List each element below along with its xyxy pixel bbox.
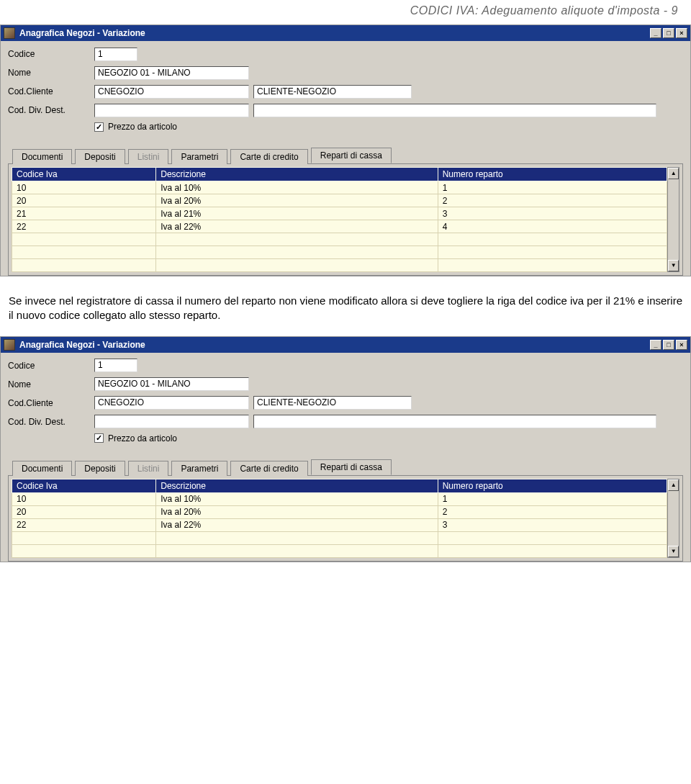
titlebar: Anagrafica Negozi - Variazione _ □ × [1, 25, 690, 41]
col-header-descrizione[interactable]: Descrizione [156, 168, 438, 181]
scroll-up-icon[interactable]: ▲ [668, 168, 679, 179]
table-row-empty[interactable] [12, 259, 667, 272]
scroll-down-icon[interactable]: ▼ [668, 260, 679, 271]
table-row[interactable]: 10 Iva al 10% 1 [12, 492, 667, 505]
input-nome[interactable]: NEGOZIO 01 - MILANO [94, 66, 249, 80]
col-header-numero-reparto[interactable]: Numero reparto [438, 479, 667, 492]
tab-depositi[interactable]: Depositi [75, 461, 125, 476]
cell[interactable]: Iva al 20% [156, 505, 438, 518]
cell[interactable]: Iva al 20% [156, 194, 438, 207]
label-nome: Nome [8, 379, 94, 389]
tab-listini[interactable]: Listini [128, 461, 169, 476]
label-codice: Codice [8, 361, 94, 371]
scroll-up-icon[interactable]: ▲ [668, 479, 679, 491]
cell[interactable]: Iva al 10% [156, 492, 438, 505]
cell[interactable]: 21 [12, 207, 156, 220]
cell[interactable]: 1 [438, 181, 667, 194]
tab-reparti[interactable]: Reparti di cassa [311, 148, 392, 163]
body-text: Se invece nel registratore di cassa il n… [0, 281, 691, 336]
page-header: CODICI IVA: Adeguamento aliquote d'impos… [0, 0, 691, 24]
cell[interactable]: Iva al 22% [156, 518, 438, 531]
table-row[interactable]: 20 Iva al 20% 2 [12, 194, 667, 207]
window-controls: _ □ × [650, 28, 687, 38]
cell[interactable]: 3 [438, 518, 667, 531]
cell[interactable]: 2 [438, 194, 667, 207]
input-codice[interactable]: 1 [94, 359, 137, 372]
window-anagrafica-1: Anagrafica Negozi - Variazione _ □ × Cod… [0, 24, 691, 276]
col-header-codice-iva[interactable]: Codice Iva [12, 168, 156, 181]
table-row-empty[interactable] [12, 246, 667, 259]
grid-scrollbar[interactable]: ▲ ▼ [667, 167, 679, 272]
table-row-empty[interactable] [12, 233, 667, 246]
table-row[interactable]: 20 Iva al 20% 2 [12, 505, 667, 518]
input-coddivdest-desc[interactable] [253, 415, 656, 428]
cell[interactable]: 10 [12, 181, 156, 194]
grid-reparti[interactable]: Codice Iva Descrizione Numero reparto 10… [12, 167, 667, 272]
col-header-numero-reparto[interactable]: Numero reparto [438, 168, 667, 181]
scroll-down-icon[interactable]: ▼ [668, 546, 679, 557]
cell[interactable]: 4 [438, 220, 667, 233]
input-coddivdest[interactable] [94, 415, 249, 428]
cell[interactable]: 3 [438, 207, 667, 220]
tab-parametri[interactable]: Parametri [171, 461, 227, 476]
tabstrip: Documenti Depositi Listini Parametri Car… [1, 451, 690, 475]
cell[interactable]: 20 [12, 505, 156, 518]
tab-panel-reparti: Codice Iva Descrizione Numero reparto 10… [8, 475, 683, 562]
window-controls: _ □ × [650, 340, 687, 350]
tab-documenti[interactable]: Documenti [12, 461, 72, 476]
table-row[interactable]: 21 Iva al 21% 3 [12, 207, 667, 220]
checkbox-prezzo[interactable]: ✓ [94, 433, 104, 443]
input-codcliente[interactable]: CNEGOZIO [94, 396, 249, 410]
tab-panel-reparti: Codice Iva Descrizione Numero reparto 10… [8, 163, 683, 276]
table-row[interactable]: 22 Iva al 22% 4 [12, 220, 667, 233]
tab-documenti[interactable]: Documenti [12, 149, 72, 164]
input-nome[interactable]: NEGOZIO 01 - MILANO [94, 377, 249, 391]
cell[interactable]: 1 [438, 492, 667, 505]
window-title: Anagrafica Negozi - Variazione [19, 28, 650, 38]
input-codcliente-desc[interactable]: CLIENTE-NEGOZIO [253, 85, 412, 99]
app-icon [4, 339, 15, 351]
tabstrip: Documenti Depositi Listini Parametri Car… [1, 139, 690, 163]
label-prezzo: Prezzo da articolo [108, 122, 177, 132]
cell[interactable]: 22 [12, 220, 156, 233]
cell[interactable]: Iva al 10% [156, 181, 438, 194]
form-area: Codice 1 Nome NEGOZIO 01 - MILANO Cod.Cl… [1, 41, 690, 139]
minimize-button[interactable]: _ [650, 340, 661, 350]
tab-reparti[interactable]: Reparti di cassa [311, 459, 392, 475]
maximize-button[interactable]: □ [663, 28, 674, 38]
cell[interactable]: 20 [12, 194, 156, 207]
grid-reparti[interactable]: Codice Iva Descrizione Numero reparto 10… [12, 479, 667, 558]
close-button[interactable]: × [676, 28, 687, 38]
tab-depositi[interactable]: Depositi [75, 149, 125, 164]
label-codice: Codice [8, 49, 94, 59]
cell[interactable]: Iva al 22% [156, 220, 438, 233]
titlebar: Anagrafica Negozi - Variazione _ □ × [1, 337, 690, 353]
checkbox-prezzo[interactable]: ✓ [94, 122, 104, 132]
input-codice[interactable]: 1 [94, 48, 137, 61]
cell[interactable]: 10 [12, 492, 156, 505]
input-codcliente[interactable]: CNEGOZIO [94, 85, 249, 99]
table-row[interactable]: 10 Iva al 10% 1 [12, 181, 667, 194]
tab-listini[interactable]: Listini [128, 149, 169, 164]
cell[interactable]: 22 [12, 518, 156, 531]
tab-carte[interactable]: Carte di credito [230, 461, 307, 476]
close-button[interactable]: × [676, 340, 687, 350]
table-row[interactable]: 22 Iva al 22% 3 [12, 518, 667, 531]
table-row-empty[interactable] [12, 544, 667, 557]
col-header-codice-iva[interactable]: Codice Iva [12, 479, 156, 492]
grid-scrollbar[interactable]: ▲ ▼ [667, 479, 679, 558]
cell[interactable]: Iva al 21% [156, 207, 438, 220]
tab-carte[interactable]: Carte di credito [230, 149, 307, 164]
tab-parametri[interactable]: Parametri [171, 149, 227, 164]
table-row-empty[interactable] [12, 531, 667, 544]
label-coddivdest: Cod. Div. Dest. [8, 417, 94, 427]
label-codcliente: Cod.Cliente [8, 398, 94, 408]
input-coddivdest-desc[interactable] [253, 104, 656, 117]
col-header-descrizione[interactable]: Descrizione [156, 479, 438, 492]
label-coddivdest: Cod. Div. Dest. [8, 105, 94, 115]
maximize-button[interactable]: □ [663, 340, 674, 350]
minimize-button[interactable]: _ [650, 28, 661, 38]
cell[interactable]: 2 [438, 505, 667, 518]
input-codcliente-desc[interactable]: CLIENTE-NEGOZIO [253, 396, 412, 410]
input-coddivdest[interactable] [94, 104, 249, 117]
